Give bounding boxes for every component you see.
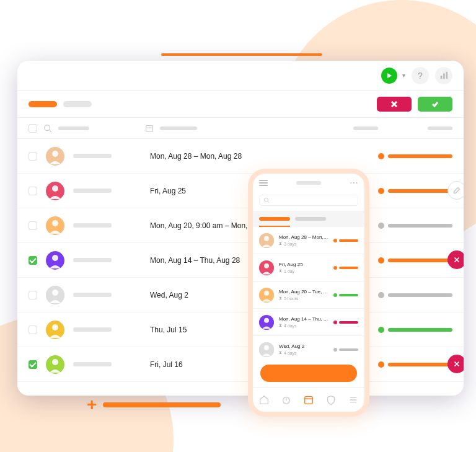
filter-tab-active[interactable]: [29, 101, 57, 107]
header-date-placeholder: [160, 126, 197, 130]
phone-frame: ⋯ Mon, Aug 28 – Mon, Aug 28 ⧗3 days Fri,…: [248, 169, 369, 417]
caption-bar: [103, 402, 221, 407]
desktop-window: ▾ ?: [17, 61, 464, 396]
play-button[interactable]: [381, 68, 397, 84]
row-checkbox[interactable]: [29, 152, 37, 161]
row-checkbox[interactable]: [29, 187, 37, 195]
list-item[interactable]: Mon, Aug 28 – Mon, Aug 28 ⧗3 days: [253, 227, 364, 254]
avatar: [46, 321, 64, 339]
list-item[interactable]: Mon, Aug 20 – Tue, Aug 21 ⧗5 hours: [253, 281, 364, 309]
nav-shield-icon[interactable]: [325, 394, 337, 406]
nav-home-icon[interactable]: [258, 394, 270, 406]
phone-meta: ⧗4 days: [279, 323, 328, 328]
phone-tab-active[interactable]: [259, 217, 290, 221]
phone-date: Mon, Aug 14 – Thu, Aug 28: [279, 316, 328, 322]
table-row[interactable]: Thu, Jul 15: [17, 312, 464, 347]
nav-calendar-icon[interactable]: [302, 394, 315, 406]
bulk-reject-button[interactable]: [377, 97, 412, 112]
help-icon[interactable]: ?: [412, 67, 429, 84]
phone-status: [333, 239, 358, 242]
table-row[interactable]: Wed, Aug 2: [17, 278, 464, 312]
svg-rect-0: [441, 76, 443, 79]
avatar: [46, 251, 64, 270]
status-cell: [378, 327, 452, 333]
status-cell: [378, 292, 452, 298]
phone-tabs: [253, 211, 364, 227]
date-cell: Mon, Aug 28 – Mon, Aug 28: [150, 152, 369, 161]
nav-timer-icon[interactable]: [280, 394, 293, 406]
bottom-caption: +: [87, 395, 221, 415]
list-item[interactable]: Fri, Aug 25 ⧗1 day: [253, 254, 364, 281]
table-row[interactable]: Fri, Jul 16: [17, 347, 464, 382]
table-header: [17, 118, 464, 139]
stats-icon[interactable]: [435, 67, 452, 84]
svg-point-3: [45, 125, 50, 130]
status-cell: [378, 257, 452, 264]
name-placeholder: [73, 293, 112, 297]
phone-list: Mon, Aug 28 – Mon, Aug 28 ⧗3 days Fri, A…: [253, 227, 364, 360]
status-cell: [378, 361, 452, 368]
status-cell: [378, 223, 452, 229]
desktop-topbar: ▾ ?: [17, 61, 464, 91]
list-item[interactable]: Wed, Aug 2 ⧗4 days: [253, 336, 364, 360]
row-checkbox[interactable]: [29, 256, 37, 265]
phone-bottom-nav: [253, 387, 364, 412]
svg-point-33: [283, 397, 290, 404]
svg-rect-35: [305, 396, 313, 404]
phone-meta: ⧗3 days: [279, 241, 328, 246]
table-row[interactable]: Mon, Aug 20, 9:00 am – Mon, Aug 20, 12:: [17, 208, 464, 243]
avatar: [46, 286, 64, 304]
search-icon[interactable]: [43, 124, 52, 133]
svg-point-32: [264, 345, 269, 350]
top-accent-bar: [161, 53, 322, 56]
phone-date: Mon, Aug 20 – Tue, Aug 21: [279, 289, 328, 295]
svg-point-30: [264, 317, 269, 322]
name-placeholder: [73, 327, 112, 332]
list-item[interactable]: Mon, Aug 14 – Thu, Aug 28 ⧗4 days: [253, 309, 364, 336]
phone-status: [333, 266, 358, 270]
reject-button[interactable]: [447, 355, 464, 373]
avatar: [259, 342, 274, 357]
table-row[interactable]: Fri, Aug 25: [17, 174, 464, 208]
row-checkbox[interactable]: [29, 291, 37, 299]
avatar: [46, 216, 64, 235]
reject-button[interactable]: [447, 250, 464, 269]
row-checkbox[interactable]: [29, 221, 37, 230]
row-checkbox[interactable]: [29, 326, 37, 334]
phone-date: Fri, Aug 25: [279, 262, 328, 267]
phone-date: Mon, Aug 28 – Mon, Aug 28: [279, 234, 328, 240]
select-all-checkbox[interactable]: [29, 124, 37, 133]
header-col3-placeholder: [353, 126, 378, 130]
svg-point-10: [52, 185, 58, 192]
phone-date: Wed, Aug 2: [279, 343, 328, 349]
name-placeholder: [73, 154, 112, 158]
phone-status: [333, 293, 358, 297]
avatar: [259, 233, 274, 248]
header-status-placeholder: [428, 126, 452, 130]
avatar: [259, 315, 274, 330]
table-row[interactable]: Mon, Aug 14 – Thu, Aug 28: [17, 243, 464, 278]
hamburger-icon[interactable]: [259, 180, 268, 186]
bulk-approve-button[interactable]: [418, 97, 452, 112]
filter-bar: [17, 91, 464, 118]
name-placeholder: [73, 258, 112, 262]
phone-primary-button[interactable]: [260, 365, 357, 382]
row-checkbox[interactable]: [29, 360, 37, 369]
filter-tab-inactive[interactable]: [63, 101, 92, 107]
phone-meta: ⧗1 day: [279, 268, 328, 273]
svg-point-28: [264, 290, 269, 295]
avatar: [259, 260, 274, 275]
table-row[interactable]: Mon, Aug 28 – Mon, Aug 28: [17, 139, 464, 174]
svg-rect-5: [146, 125, 153, 131]
svg-point-12: [52, 220, 58, 226]
nav-menu-icon[interactable]: [347, 394, 359, 406]
phone-search-input[interactable]: [259, 195, 358, 206]
play-dropdown-caret[interactable]: ▾: [402, 72, 405, 79]
more-icon[interactable]: ⋯: [350, 178, 358, 188]
name-placeholder: [73, 188, 112, 193]
svg-point-21: [264, 198, 268, 202]
phone-tab-inactive[interactable]: [295, 217, 326, 221]
edit-icon[interactable]: [447, 181, 464, 200]
svg-point-20: [52, 359, 58, 365]
calendar-icon: [145, 124, 154, 133]
